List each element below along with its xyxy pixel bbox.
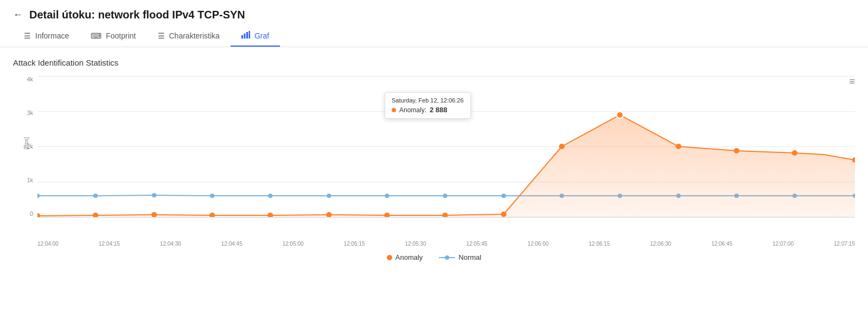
x-label-11: 12:06:30 <box>650 241 671 247</box>
legend-anomaly: Anomaly <box>387 253 423 261</box>
svg-rect-0 <box>241 35 243 39</box>
chart-legend: Anomaly Normal <box>13 253 855 261</box>
normal-dot <box>210 194 214 198</box>
tab-informace-label: Informace <box>35 31 69 40</box>
y-label-4k: 4k <box>27 76 33 82</box>
chart-svg <box>37 76 855 217</box>
grid-line-0 <box>37 217 855 217</box>
anomaly-dot <box>37 213 40 217</box>
tab-bar: ☰ Informace ⌨ Footprint ☰ Charakteristik… <box>0 25 868 47</box>
graf-icon <box>241 31 250 40</box>
anomaly-dot <box>151 212 157 217</box>
anomaly-dot <box>384 213 390 217</box>
chart-inner: [Bps] <box>37 76 855 217</box>
informace-icon: ☰ <box>24 31 31 40</box>
chart-section: Attack Identification Statistics ≡ 4k 3k… <box>0 47 868 272</box>
normal-dot <box>385 194 389 198</box>
anomaly-dot <box>326 212 331 217</box>
y-label-0: 0 <box>30 210 33 217</box>
normal-dot <box>93 194 98 198</box>
y-label-1k: 1k <box>27 177 33 183</box>
tab-informace[interactable]: ☰ Informace <box>13 25 80 47</box>
normal-dot <box>501 194 506 198</box>
anomaly-area <box>37 115 855 217</box>
tab-graf-label: Graf <box>254 31 269 40</box>
normal-dot <box>268 194 272 198</box>
chart-area: 4k 3k 2k 1k 0 [Bps] <box>13 76 855 239</box>
tab-charakteristika-label: Charakteristika <box>169 31 220 40</box>
charakteristika-icon: ☰ <box>158 31 165 40</box>
anomaly-dot <box>559 144 564 149</box>
normal-dot <box>443 194 447 198</box>
x-label-1: 12:04:00 <box>37 241 59 247</box>
page-title: Detail útoku: network flood IPv4 TCP-SYN <box>29 9 245 21</box>
x-label-6: 12:05:15 <box>344 241 365 247</box>
anomaly-dot <box>501 212 506 217</box>
x-axis: 12:04:00 12:04:15 12:04:30 12:04:45 12:0… <box>37 241 855 247</box>
svg-rect-3 <box>248 31 250 39</box>
back-button[interactable]: ← <box>13 9 23 21</box>
anomaly-dot <box>442 213 448 217</box>
y-axis-label: [Bps] <box>23 137 29 150</box>
anomaly-dot <box>209 213 215 217</box>
footprint-icon: ⌨ <box>91 31 101 40</box>
legend-normal-icon <box>439 257 455 258</box>
y-label-3k: 3k <box>27 110 33 116</box>
legend-anomaly-icon <box>387 255 392 260</box>
anomaly-dot-peak <box>616 112 623 118</box>
normal-dot <box>152 193 156 197</box>
normal-dot <box>327 194 331 198</box>
tab-footprint[interactable]: ⌨ Footprint <box>80 25 146 47</box>
anomaly-dot <box>675 144 681 149</box>
chart-title: Attack Identification Statistics <box>13 58 855 67</box>
x-label-14: 12:07:15 <box>834 241 855 247</box>
x-label-12: 12:06:45 <box>711 241 732 247</box>
x-label-13: 12:07:00 <box>773 241 794 247</box>
x-label-5: 12:05:00 <box>283 241 304 247</box>
tab-charakteristika[interactable]: ☰ Charakteristika <box>147 25 231 47</box>
anomaly-dot <box>792 150 797 156</box>
svg-rect-1 <box>244 34 245 39</box>
legend-normal: Normal <box>439 253 481 261</box>
x-label-3: 12:04:30 <box>160 241 181 247</box>
anomaly-dot <box>267 213 273 217</box>
x-label-2: 12:04:15 <box>99 241 120 247</box>
x-label-8: 12:05:45 <box>466 241 487 247</box>
normal-dot <box>37 194 40 198</box>
anomaly-dot <box>93 213 98 217</box>
svg-rect-2 <box>246 32 248 39</box>
chart-wrapper: ≡ 4k 3k 2k 1k 0 [Bps] <box>13 76 855 261</box>
x-label-7: 12:05:30 <box>405 241 426 247</box>
tab-graf[interactable]: Graf <box>231 25 280 47</box>
anomaly-dot <box>734 148 739 153</box>
legend-anomaly-label: Anomaly <box>395 253 423 261</box>
x-label-10: 12:06:15 <box>589 241 610 247</box>
legend-normal-label: Normal <box>458 253 481 261</box>
x-label-9: 12:06:00 <box>527 241 548 247</box>
tab-footprint-label: Footprint <box>106 31 136 40</box>
x-label-4: 12:04:45 <box>221 241 242 247</box>
